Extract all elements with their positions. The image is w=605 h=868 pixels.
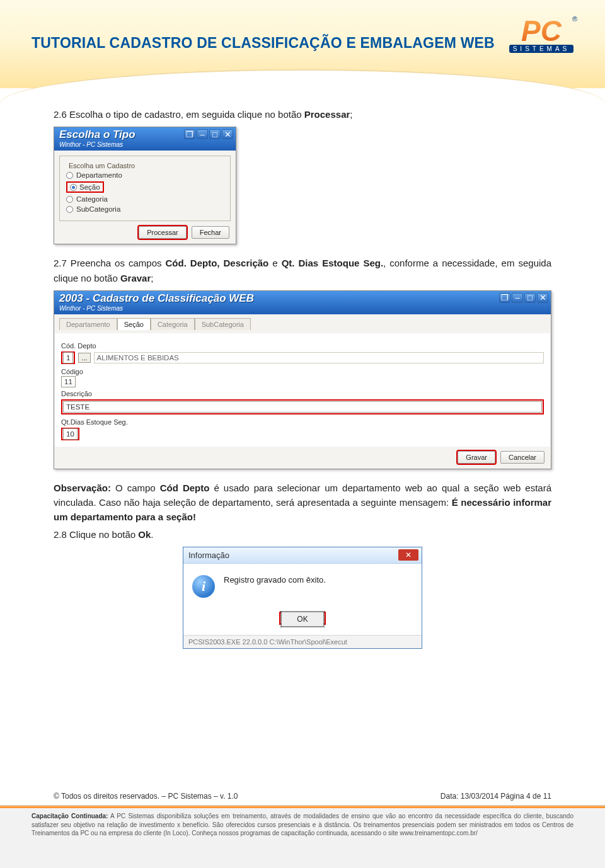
text: . bbox=[151, 529, 153, 540]
maximize-icon[interactable]: □ bbox=[524, 293, 536, 303]
step-2-8: 2.8 Clique no botão Ok. bbox=[54, 527, 551, 542]
footer-body: A PC Sistemas disponibiliza soluções em … bbox=[32, 813, 573, 837]
codigo-input[interactable]: 11 bbox=[61, 376, 76, 387]
info-dialog: Informação ✕ i Registro gravado com êxit… bbox=[183, 547, 422, 649]
window-title: 2003 - Cadastro de Classificação WEB bbox=[59, 292, 546, 305]
text: 2.7 Preencha os campos bbox=[54, 258, 166, 268]
step-2-6: 2.6 Escolha o tipo de cadastro, em segui… bbox=[54, 107, 551, 122]
radio-secao[interactable]: Seção bbox=[66, 180, 224, 194]
close-icon[interactable]: ✕ bbox=[537, 293, 548, 303]
minimize-icon[interactable]: – bbox=[197, 129, 208, 139]
text: ; bbox=[151, 273, 153, 283]
radio-icon bbox=[66, 172, 73, 179]
tab-categoria[interactable]: Categoria bbox=[151, 318, 195, 330]
text: Ok bbox=[138, 529, 151, 540]
process-button[interactable]: Processar bbox=[139, 226, 187, 239]
cadastro-window: 2003 - Cadastro de Classificação WEB Win… bbox=[54, 290, 551, 469]
radio-departamento[interactable]: Departamento bbox=[66, 170, 224, 180]
brand-logo: ® PC SISTEMAS bbox=[509, 19, 573, 53]
close-button[interactable]: Fechar bbox=[192, 226, 229, 239]
info-titlebar: Informação ✕ bbox=[183, 547, 422, 564]
copyright-right: Data: 13/03/2014 Página 4 de 11 bbox=[441, 792, 551, 801]
highlight-box: Seção bbox=[66, 181, 104, 193]
text: 2.6 Escolha o tipo de cadastro, em segui… bbox=[54, 109, 304, 120]
radio-icon bbox=[66, 196, 73, 203]
lookup-button[interactable]: ... bbox=[78, 353, 90, 363]
text: O campo bbox=[111, 483, 160, 493]
text: Processar bbox=[304, 109, 350, 120]
page-title: TUTORIAL CADASTRO DE CLASSIFICAÇÃO E EMB… bbox=[32, 35, 495, 52]
cancel-button[interactable]: Cancelar bbox=[500, 451, 544, 464]
info-body: i Registro gravado com êxito. OK bbox=[183, 564, 422, 635]
radio-icon bbox=[66, 206, 73, 213]
radio-label: Categoria bbox=[76, 195, 108, 203]
radio-icon bbox=[70, 184, 77, 191]
info-icon: i bbox=[192, 575, 215, 598]
qtdias-input[interactable]: 10 bbox=[63, 428, 78, 440]
text: Gravar bbox=[120, 273, 151, 283]
group-label: Escolha um Cadastro bbox=[66, 162, 137, 169]
tab-secao[interactable]: Seção bbox=[117, 318, 151, 330]
form-body: Cód. Depto 1 ... ALIMENTOS E BEBIDAS Cód… bbox=[54, 333, 551, 447]
coddepto-input[interactable]: 1 bbox=[63, 352, 73, 363]
logo-subtext: SISTEMAS bbox=[509, 45, 573, 53]
text: Qt. Dias Estoque Seg. bbox=[282, 258, 383, 268]
text: ; bbox=[350, 109, 352, 120]
save-button[interactable]: Gravar bbox=[458, 451, 495, 464]
radio-subcategoria[interactable]: SubCategoria bbox=[66, 204, 224, 214]
footer-label: Capacitação Continuada: bbox=[32, 813, 108, 819]
radio-label: Seção bbox=[79, 183, 100, 191]
tab-strip: Departamento Seção Categoria SubCategori… bbox=[59, 318, 551, 330]
window-subtitle: Winthor - PC Sistemas bbox=[59, 141, 231, 148]
label-codigo: Código bbox=[61, 368, 544, 375]
footer-text: Capacitação Continuada: A PC Sistemas di… bbox=[0, 808, 605, 843]
observation: Observação: O campo Cód Depto é usado pa… bbox=[54, 481, 551, 525]
text: Cód Depto bbox=[160, 483, 210, 493]
label-qtdias: Qt.Dias Estoque Seg. bbox=[61, 418, 544, 426]
depto-name-display: ALIMENTOS E BEBIDAS bbox=[94, 352, 544, 363]
ok-button[interactable]: OK bbox=[281, 612, 323, 627]
restore-icon[interactable]: ❐ bbox=[184, 129, 195, 139]
text: 2.8 Clique no botão bbox=[54, 529, 138, 540]
info-message: Registro gravado com êxito. bbox=[224, 575, 326, 585]
label-descricao: Descrição bbox=[61, 390, 544, 397]
text: Cód. Depto, Descrição bbox=[166, 258, 269, 268]
copyright-left: © Todos os direitos reservados. – PC Sis… bbox=[54, 792, 238, 801]
close-icon[interactable]: ✕ bbox=[222, 129, 233, 139]
text: Observação: bbox=[54, 483, 111, 493]
window-titlebar: 2003 - Cadastro de Classificação WEB Win… bbox=[54, 291, 551, 314]
status-bar: PCSIS2003.EXE 22.0.0.0 C:\WinThor\Spool\… bbox=[183, 635, 422, 648]
footer: Capacitação Continuada: A PC Sistemas di… bbox=[0, 805, 605, 868]
tab-departamento[interactable]: Departamento bbox=[59, 318, 117, 330]
restore-icon[interactable]: ❐ bbox=[499, 293, 510, 303]
radio-label: Departamento bbox=[76, 171, 122, 179]
minimize-icon[interactable]: – bbox=[512, 293, 523, 303]
radio-categoria[interactable]: Categoria bbox=[66, 194, 224, 204]
copyright-row: © Todos os direitos reservados. – PC Sis… bbox=[54, 792, 551, 801]
close-icon[interactable]: ✕ bbox=[398, 549, 418, 561]
maximize-icon[interactable]: □ bbox=[209, 129, 221, 139]
cadastro-group: Escolha um Cadastro Departamento Seção C… bbox=[59, 156, 231, 221]
window-subtitle: Winthor - PC Sistemas bbox=[59, 305, 546, 312]
logo-text: PC bbox=[509, 19, 573, 43]
tab-subcategoria[interactable]: SubCategoria bbox=[195, 318, 251, 330]
window-titlebar: Escolha o Tipo Winthor - PC Sistemas ❐ –… bbox=[54, 127, 236, 151]
radio-label: SubCategoria bbox=[76, 205, 120, 213]
label-coddepto: Cód. Depto bbox=[61, 342, 544, 350]
descricao-input[interactable]: TESTE bbox=[63, 401, 542, 413]
info-title-text: Informação bbox=[188, 551, 229, 560]
choose-type-window: Escolha o Tipo Winthor - PC Sistemas ❐ –… bbox=[54, 127, 236, 244]
text: e bbox=[268, 258, 281, 268]
step-2-7: 2.7 Preencha os campos Cód. Depto, Descr… bbox=[54, 256, 551, 285]
